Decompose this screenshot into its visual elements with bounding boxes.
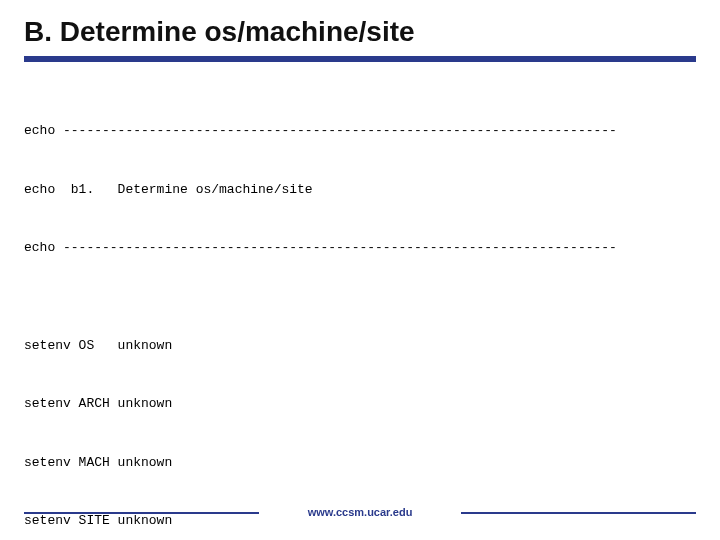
code-line: echo -----------------------------------…: [24, 121, 696, 141]
code-line: setenv MACH unknown: [24, 453, 696, 473]
code-line: setenv OS unknown: [24, 336, 696, 356]
code-block: echo -----------------------------------…: [24, 82, 696, 540]
page-title: B. Determine os/machine/site: [24, 16, 696, 48]
code-line: setenv ARCH unknown: [24, 394, 696, 414]
code-line: echo -----------------------------------…: [24, 238, 696, 258]
slide: B. Determine os/machine/site echo ------…: [0, 0, 720, 540]
footer-url: www.ccsm.ucar.edu: [0, 506, 720, 518]
code-line: echo b1. Determine os/machine/site: [24, 180, 696, 200]
title-rule: [24, 56, 696, 62]
